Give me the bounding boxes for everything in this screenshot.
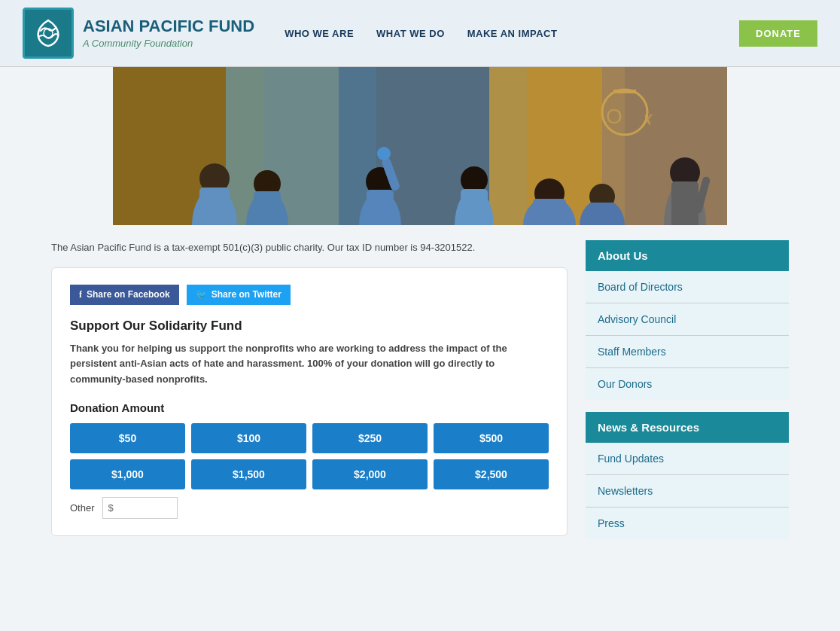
other-amount-row: Other $ — [70, 497, 549, 519]
logo-subtitle: A Community Foundation — [83, 38, 254, 49]
sidebar-section: News & ResourcesFund UpdatesNewslettersP… — [586, 412, 789, 539]
amount-button[interactable]: $100 — [191, 423, 306, 453]
sidebar-item[interactable]: Our Donors — [586, 368, 789, 400]
logo-icon — [23, 8, 74, 59]
nav-make-impact[interactable]: MAKE AN IMPACT — [467, 28, 558, 39]
main-nav: WHO WE ARE WHAT WE DO MAKE AN IMPACT DON… — [285, 20, 817, 47]
logo-text: ASIAN PACIFIC FUND A Community Foundatio… — [83, 17, 254, 48]
sidebar-item[interactable]: Advisory Council — [586, 303, 789, 336]
site-header: ASIAN PACIFIC FUND A Community Foundatio… — [0, 0, 840, 67]
amount-label: Donation Amount — [70, 401, 549, 414]
amount-button[interactable]: $250 — [312, 423, 428, 453]
main-container: The Asian Pacific Fund is a tax-exempt 5… — [44, 225, 796, 566]
nav-who-we-are[interactable]: WHO WE ARE — [285, 28, 354, 39]
amount-button[interactable]: $1,000 — [70, 459, 185, 489]
amount-grid: $50$100$250$500$1,000$1,500$2,000$2,500 — [70, 423, 549, 489]
svg-rect-14 — [199, 187, 230, 225]
sidebar-section: About UsBoard of DirectorsAdvisory Counc… — [586, 240, 789, 400]
donation-title: Support Our Solidarity Fund — [70, 319, 549, 334]
amount-button[interactable]: $500 — [434, 423, 549, 453]
svg-rect-25 — [461, 189, 488, 225]
tax-info: The Asian Pacific Fund is a tax-exempt 5… — [51, 240, 568, 255]
sidebar-item[interactable]: Fund Updates — [586, 443, 789, 475]
twitter-btn-label: Share on Twitter — [212, 289, 282, 300]
amount-button[interactable]: $50 — [70, 423, 185, 453]
other-input-wrapper: $ — [102, 497, 178, 519]
sidebar-item[interactable]: Newsletters — [586, 475, 789, 508]
amount-button[interactable]: $2,000 — [312, 459, 428, 489]
svg-point-22 — [377, 147, 391, 160]
svg-text:✗: ✗ — [640, 111, 655, 131]
logo-area: ASIAN PACIFIC FUND A Community Foundatio… — [23, 8, 254, 59]
amount-button[interactable]: $2,500 — [434, 459, 549, 489]
svg-rect-20 — [367, 190, 394, 225]
hero-image: O ✗ — [113, 67, 727, 225]
donation-description: Thank you for helping us support the non… — [70, 341, 549, 388]
svg-text:O: O — [606, 105, 622, 128]
sidebar: About UsBoard of DirectorsAdvisory Counc… — [586, 240, 789, 551]
sidebar-section-header: About Us — [586, 240, 789, 271]
donate-button[interactable]: DONATE — [739, 20, 817, 47]
sidebar-section-header: News & Resources — [586, 412, 789, 443]
svg-rect-17 — [254, 191, 281, 225]
sidebar-item[interactable]: Staff Members — [586, 336, 789, 368]
sidebar-item[interactable]: Board of Directors — [586, 271, 789, 303]
facebook-share-button[interactable]: f Share on Facebook — [70, 285, 179, 305]
svg-rect-34 — [671, 181, 698, 225]
svg-rect-31 — [589, 203, 616, 225]
twitter-share-button[interactable]: 🐦 Share on Twitter — [187, 285, 291, 305]
other-label: Other — [70, 502, 95, 514]
social-buttons: f Share on Facebook 🐦 Share on Twitter — [70, 285, 549, 305]
dollar-sign: $ — [108, 502, 114, 514]
logo-name: ASIAN PACIFIC FUND — [83, 17, 254, 35]
content-area: The Asian Pacific Fund is a tax-exempt 5… — [51, 240, 568, 551]
hero-background: O ✗ — [113, 67, 727, 225]
facebook-icon: f — [79, 289, 82, 300]
svg-rect-28 — [533, 199, 566, 225]
svg-rect-9 — [613, 90, 636, 93]
amount-button[interactable]: $1,500 — [191, 459, 306, 489]
donation-card: f Share on Facebook 🐦 Share on Twitter S… — [51, 267, 568, 536]
sidebar-item[interactable]: Press — [586, 508, 789, 539]
twitter-icon: 🐦 — [196, 289, 207, 300]
facebook-btn-label: Share on Facebook — [87, 289, 170, 300]
nav-what-we-do[interactable]: WHAT WE DO — [376, 28, 445, 39]
